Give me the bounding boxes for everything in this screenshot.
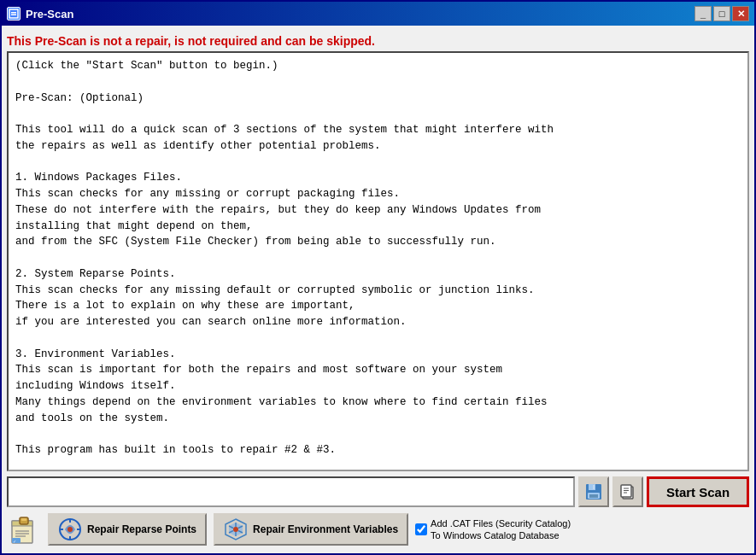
repair-env-icon [224,517,248,541]
cat-files-label: Add .CAT Files (Security Catalog)To Wind… [431,517,571,542]
body-line21: including Windows itself. [15,380,176,392]
repair-reparse-icon [58,517,82,541]
repair-reparse-button[interactable]: Repair Reparse Points [48,513,207,546]
title-bar-left: Pre-Scan [7,7,73,20]
prescan-icon: ✓ [9,514,39,545]
body-line10: These do not interfere with the repairs,… [15,204,541,216]
body-line14: 2. System Reparse Points. [15,268,176,280]
svg-rect-16 [21,518,26,521]
body-line17: if you are interested you can search onl… [15,316,407,328]
content-area: This Pre-Scan is not a repair, is not re… [2,26,754,553]
svg-rect-0 [9,9,18,18]
title-bar: Pre-Scan _ □ ✕ [2,2,754,26]
svg-text:✓: ✓ [13,539,16,544]
cat-files-checkbox[interactable] [415,523,427,535]
bottom-toolbar: Start Scan [7,471,749,509]
body-line6: the repairs as well as identify other po… [15,140,381,152]
svg-point-23 [67,527,73,532]
body-line22: Many things depend on the environment va… [15,396,548,408]
text-input[interactable] [7,476,575,507]
repair-env-label: Repair Environment Variables [253,523,398,535]
body-line12: and from the SFC (System File Checker) f… [15,236,496,248]
body-line19: 3. Environment Variables. [15,348,176,360]
main-window: Pre-Scan _ □ ✕ This Pre-Scan is not a re… [0,0,756,555]
body-line3: Pre-Scan: (Optional) [15,92,144,104]
repair-reparse-label: Repair Reparse Points [87,523,196,535]
svg-rect-7 [589,494,598,498]
svg-rect-1 [11,12,16,14]
body-line8: 1. Windows Packages Files. [15,172,182,184]
footer-bar: ✓ Repair Reparse Points [7,509,749,548]
body-line11: installing that might depend on them, [15,220,253,232]
body-line16: There is a lot to explain on why these a… [15,300,355,312]
body-line20: This scan is important for both the repa… [15,364,502,376]
title-bar-controls: _ □ ✕ [694,6,749,21]
body-line25: This program has built in tools to repai… [15,444,336,456]
window-title: Pre-Scan [26,8,73,20]
svg-point-30 [233,527,238,532]
prescan-icon-area: ✓ [7,512,41,546]
minimize-button[interactable]: _ [694,6,712,21]
close-button[interactable]: ✕ [732,6,749,21]
svg-rect-2 [11,15,16,16]
scroll-area-wrapper: (Click the "Start Scan" button to begin.… [7,51,749,471]
copy-icon [618,482,637,501]
body-line23: and tools on the system. [15,412,169,424]
body-line5: This tool will do a quick scan of 3 sect… [15,124,554,136]
start-scan-button[interactable]: Start Scan [647,476,749,507]
copy-button[interactable] [612,476,643,507]
body-line15: This scan checks for any missing default… [15,284,535,296]
cat-files-checkbox-area: Add .CAT Files (Security Catalog)To Wind… [415,517,749,542]
repair-env-button[interactable]: Repair Environment Variables [214,513,408,546]
maximize-button[interactable]: □ [713,6,730,21]
window-icon [7,7,21,20]
save-icon [584,482,603,501]
body-line1: (Click the "Start Scan" button to begin.… [15,60,278,72]
scroll-content[interactable]: (Click the "Start Scan" button to begin.… [9,53,747,470]
save-button[interactable] [578,476,609,507]
warning-text: This Pre-Scan is not a repair, is not re… [7,31,749,50]
svg-rect-5 [593,485,595,489]
body-line9: This scan checks for any missing or corr… [15,188,400,200]
